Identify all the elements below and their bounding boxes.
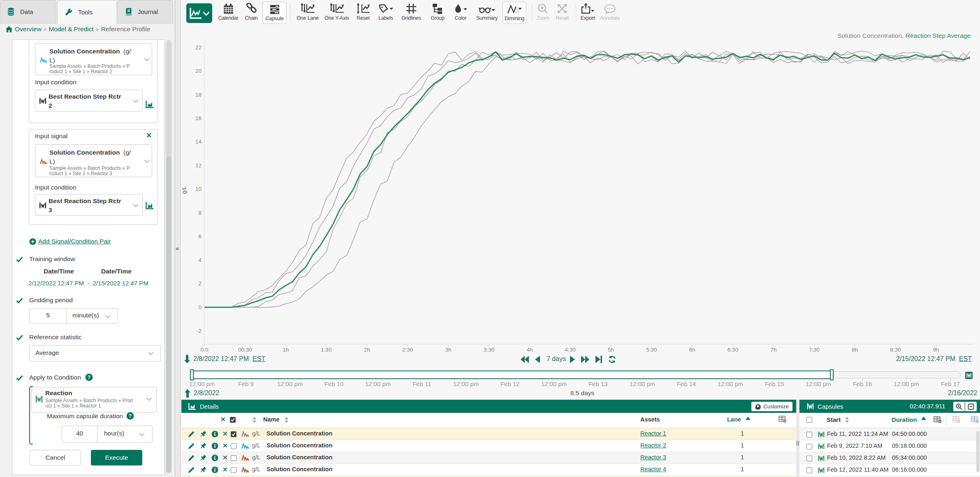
svg-text:8:30: 8:30 bbox=[890, 347, 901, 353]
svg-text:5h: 5h bbox=[608, 347, 614, 353]
svg-text:4: 4 bbox=[198, 257, 202, 263]
svg-text:22: 22 bbox=[195, 44, 202, 51]
svg-text:7:30: 7:30 bbox=[809, 347, 820, 353]
svg-text:?: ? bbox=[129, 413, 132, 419]
svg-text:9h: 9h bbox=[933, 347, 939, 353]
svg-text:16: 16 bbox=[195, 115, 202, 121]
svg-text:0: 0 bbox=[198, 304, 202, 310]
svg-text:Solution Concentration, Reacti: Solution Concentration, Reaction Step Av… bbox=[837, 32, 971, 39]
svg-text:8: 8 bbox=[198, 210, 202, 216]
svg-text:0.0: 0.0 bbox=[201, 347, 209, 353]
svg-text:1:30: 1:30 bbox=[321, 347, 331, 353]
svg-text:12: 12 bbox=[195, 162, 202, 169]
svg-text:?: ? bbox=[88, 374, 91, 380]
svg-text:-2: -2 bbox=[197, 328, 202, 334]
svg-text:14: 14 bbox=[195, 139, 202, 145]
svg-text:2:30: 2:30 bbox=[402, 347, 413, 353]
svg-text:18: 18 bbox=[195, 92, 202, 98]
svg-text:2h: 2h bbox=[364, 347, 370, 353]
svg-text:4h: 4h bbox=[526, 347, 533, 353]
svg-text:20: 20 bbox=[195, 68, 202, 74]
svg-text:1h: 1h bbox=[283, 347, 289, 353]
svg-text:10: 10 bbox=[195, 186, 202, 192]
svg-text:2: 2 bbox=[198, 280, 202, 287]
svg-text:4:30: 4:30 bbox=[565, 347, 575, 353]
svg-text:00:30: 00:30 bbox=[238, 347, 252, 353]
svg-text:6:30: 6:30 bbox=[727, 347, 738, 353]
svg-text:6: 6 bbox=[198, 233, 202, 239]
svg-text:6h: 6h bbox=[689, 347, 695, 353]
svg-text:5:30: 5:30 bbox=[646, 347, 657, 353]
svg-text:7h: 7h bbox=[770, 347, 776, 353]
svg-text:3:30: 3:30 bbox=[484, 347, 494, 353]
svg-text:g/L: g/L bbox=[181, 186, 187, 194]
svg-text:8h: 8h bbox=[852, 347, 858, 353]
svg-text:3h: 3h bbox=[445, 347, 452, 353]
